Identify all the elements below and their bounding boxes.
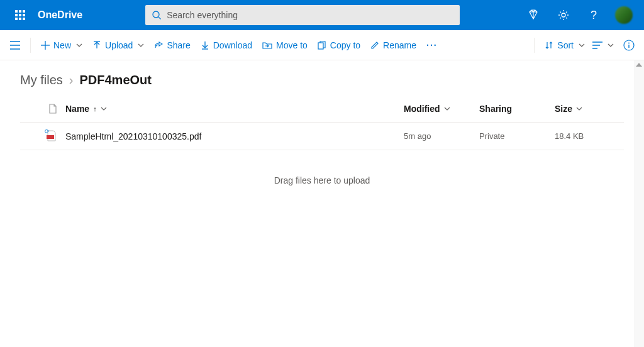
brand-name[interactable]: OneDrive: [38, 9, 82, 21]
download-icon: [201, 41, 209, 50]
column-type-icon[interactable]: [40, 104, 65, 114]
column-header-modified[interactable]: Modified: [404, 104, 479, 114]
sort-icon: [545, 41, 553, 50]
search-icon: [152, 10, 162, 20]
svg-point-0: [153, 11, 159, 18]
view-button[interactable]: [590, 35, 616, 55]
share-button[interactable]: Share: [149, 35, 195, 55]
file-icon: [48, 104, 57, 114]
column-header-modified-label: Modified: [404, 104, 440, 114]
nav-toggle-button[interactable]: [5, 35, 25, 55]
info-button[interactable]: [619, 35, 639, 55]
moveto-icon: [262, 41, 272, 50]
gear-icon: [558, 9, 569, 21]
dropzone-hint: Drag files here to upload: [0, 150, 644, 211]
waffle-icon: [15, 10, 25, 20]
moveto-button[interactable]: Move to: [257, 35, 313, 55]
breadcrumb: My files › PDF4meOut: [0, 60, 644, 95]
download-label: Download: [213, 40, 252, 50]
copyto-button[interactable]: Copy to: [313, 35, 365, 55]
chevron-down-icon: [76, 43, 82, 47]
copyto-label: Copy to: [330, 40, 360, 50]
row-name[interactable]: SampleHtml_20210310100325.pdf: [65, 131, 404, 141]
table-row[interactable]: ⟳ SampleHtml_20210310100325.pdf 5m ago P…: [20, 123, 624, 150]
svg-line-1: [158, 17, 161, 19]
file-list: Name ↑ Modified Sharing Size ⟳: [0, 95, 644, 150]
header-right: ?: [518, 0, 639, 30]
upload-button[interactable]: Upload: [87, 35, 149, 55]
hamburger-icon: [10, 41, 20, 50]
info-icon: [623, 40, 635, 51]
column-header-name-label: Name: [65, 104, 89, 114]
sync-badge-icon: ⟳: [45, 128, 50, 135]
main-content: My files › PDF4meOut Name ↑ Modified Sha…: [0, 60, 644, 211]
column-header-name[interactable]: Name ↑: [65, 104, 404, 114]
file-sharing: Private: [479, 131, 504, 141]
chevron-down-icon: [579, 43, 585, 47]
svg-rect-12: [318, 43, 323, 49]
chevron-down-icon: [101, 107, 107, 111]
help-button[interactable]: ?: [579, 0, 609, 30]
sort-ascending-icon: ↑: [93, 105, 97, 113]
new-label: New: [53, 40, 71, 50]
view-list-icon: [592, 41, 602, 49]
column-header-sharing-label: Sharing: [479, 104, 512, 114]
diamond-icon: [528, 9, 539, 21]
share-icon: [154, 41, 163, 50]
avatar[interactable]: [615, 6, 633, 24]
rename-label: Rename: [383, 40, 416, 50]
scroll-up-icon: [636, 63, 642, 67]
svg-point-2: [562, 13, 565, 17]
file-size: 18.4 KB: [555, 131, 584, 141]
app-launcher-button[interactable]: [5, 0, 35, 30]
breadcrumb-current: PDF4meOut: [79, 73, 151, 87]
command-bar: New Upload Share Download Move to: [0, 30, 644, 60]
svg-point-17: [628, 42, 630, 43]
more-button[interactable]: ···: [421, 35, 443, 55]
premium-button[interactable]: [518, 0, 548, 30]
breadcrumb-root[interactable]: My files: [20, 73, 63, 87]
column-header-size-label: Size: [555, 104, 572, 114]
chevron-down-icon: [576, 107, 582, 111]
command-bar-right: Sort: [529, 35, 639, 55]
row-sharing[interactable]: Private: [479, 131, 555, 141]
search-box[interactable]: [145, 5, 460, 25]
download-button[interactable]: Download: [196, 35, 257, 55]
help-icon: ?: [591, 9, 597, 22]
settings-button[interactable]: [548, 0, 579, 30]
separator: [30, 38, 31, 53]
sort-button[interactable]: Sort: [540, 35, 590, 55]
plus-icon: [41, 41, 50, 50]
row-modified: 5m ago: [404, 131, 479, 141]
share-label: Share: [167, 40, 190, 50]
file-modified: 5m ago: [404, 131, 431, 141]
moveto-label: Move to: [276, 40, 308, 50]
rename-icon: [370, 41, 379, 50]
file-name: SampleHtml_20210310100325.pdf: [65, 131, 201, 141]
upload-label: Upload: [105, 40, 133, 50]
new-button[interactable]: New: [36, 35, 87, 55]
app-header: OneDrive ?: [0, 0, 644, 30]
copyto-icon: [318, 41, 326, 50]
upload-icon: [92, 41, 101, 50]
column-header-row: Name ↑ Modified Sharing Size: [20, 95, 624, 123]
chevron-down-icon: [138, 43, 144, 47]
breadcrumb-separator: ›: [69, 73, 74, 87]
search-input[interactable]: [167, 10, 453, 20]
sort-label: Sort: [557, 40, 574, 50]
row-size: 18.4 KB: [555, 131, 624, 141]
row-type-icon: ⟳: [40, 130, 65, 143]
chevron-down-icon: [444, 107, 450, 111]
column-header-sharing[interactable]: Sharing: [479, 104, 555, 114]
scrollbar[interactable]: [634, 60, 644, 347]
column-header-size[interactable]: Size: [555, 104, 624, 114]
chevron-down-icon: [608, 43, 614, 47]
more-icon: ···: [426, 40, 438, 50]
rename-button[interactable]: Rename: [365, 35, 421, 55]
separator: [534, 38, 535, 53]
